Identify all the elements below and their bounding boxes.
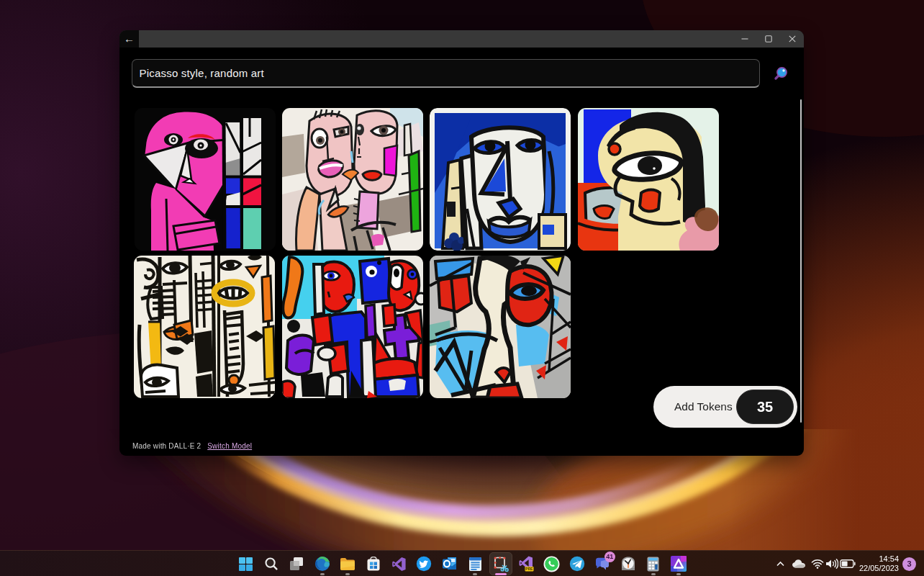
svg-text:PRE: PRE: [525, 567, 533, 571]
